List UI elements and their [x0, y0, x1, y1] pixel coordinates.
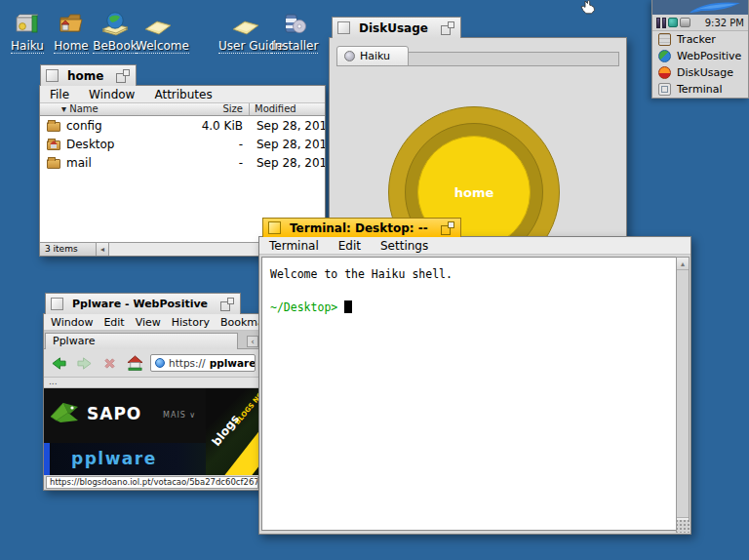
- url-field[interactable]: https://pplware.sapo.p: [150, 354, 256, 372]
- desktop-icon-label: Haiku: [11, 39, 44, 54]
- mouse-hand-cursor: [577, 0, 597, 20]
- desktop-icon-userguide[interactable]: User Guide: [218, 8, 273, 54]
- overflow-ellipsis: ...: [49, 377, 58, 386]
- center-volume-label: home: [454, 185, 494, 200]
- column-name[interactable]: ▾ Name: [61, 103, 99, 114]
- desktop-folder-icon: [47, 139, 60, 150]
- disk-icon: [344, 51, 355, 61]
- home-folder-icon: [49, 8, 94, 37]
- url-host: pplware.sapo.p: [210, 357, 256, 369]
- desktop-icon-haiku[interactable]: Haiku: [5, 8, 50, 54]
- scroll-left-button[interactable]: ◂: [97, 243, 109, 256]
- column-modified[interactable]: Modified: [255, 103, 296, 114]
- desktop-icon-label: Home: [54, 39, 88, 54]
- network-status-icon[interactable]: [668, 18, 678, 27]
- desktop-icon-label: Welcome: [136, 39, 189, 54]
- sapo-logo-text[interactable]: SAPO: [87, 404, 141, 423]
- web-page-content[interactable]: SAPO MAIS ∨ pplware BLOGS NOM blogs VO: [44, 388, 260, 477]
- blogs-do-ano-banner[interactable]: BLOGS NOM blogs VO: [206, 388, 260, 477]
- deskbar-clock[interactable]: 9:32 PM: [692, 18, 744, 28]
- back-button[interactable]: [49, 353, 69, 373]
- close-button[interactable]: [337, 21, 350, 34]
- column-size[interactable]: Size: [222, 103, 243, 114]
- terminal-output[interactable]: Welcome to the Haiku shell. ~/Desktop>: [261, 257, 677, 531]
- tab-scroll-button[interactable]: ‹: [247, 336, 258, 347]
- deskbar-item-diskusage[interactable]: DiskUsage: [652, 64, 748, 81]
- browser-tab-pplware[interactable]: Pplware: [45, 333, 238, 349]
- pplware-logo-text[interactable]: pplware: [71, 449, 157, 468]
- site-globe-icon: [155, 358, 165, 368]
- deskbar-tray: 9:32 PM: [652, 15, 748, 31]
- webpositive-app-icon: [658, 50, 671, 62]
- column-separator: [249, 103, 250, 115]
- terminal-app-icon: [658, 83, 671, 96]
- window-title: Terminal: Desktop: --: [290, 221, 428, 235]
- userguide-doc-icon: [218, 8, 273, 37]
- url-scheme: https://: [169, 357, 206, 369]
- browser-statusbar: https://blogsdoano.iol.pt/votacao/5ba27d…: [44, 475, 260, 490]
- folder-icon: [47, 157, 60, 169]
- overflow-row: ...: [44, 378, 260, 388]
- webpositive-window-tab[interactable]: Pplware - WebPositive: [45, 293, 241, 314]
- zoom-button[interactable]: [220, 298, 234, 311]
- tracker-menubar: File Window Attributes: [40, 86, 325, 103]
- deskbar-item-tracker[interactable]: Tracker: [652, 31, 748, 48]
- terminal-window-tab[interactable]: Terminal: Desktop: --: [262, 218, 461, 237]
- welcome-doc-icon: [136, 8, 180, 37]
- deskbar-leaf-area[interactable]: [652, 0, 748, 15]
- terminal-menubar: Terminal Edit Settings: [259, 237, 690, 255]
- terminal-window: Terminal: Desktop: -- Terminal Edit Sett…: [258, 236, 691, 535]
- terminal-prompt-line: ~/Desktop>: [270, 300, 668, 316]
- cpu-monitor-icon[interactable]: [656, 18, 660, 28]
- haiku-drive-icon: [5, 8, 50, 37]
- menu-window[interactable]: Window: [51, 316, 93, 329]
- desktop-icon-home[interactable]: Home: [49, 8, 94, 54]
- deskbar-item-webpositive[interactable]: WebPositive: [652, 48, 748, 64]
- folder-icon: [47, 120, 60, 132]
- browser-tabbar: Pplware ‹: [44, 331, 260, 349]
- diskusage-window-tab[interactable]: DiskUsage: [332, 17, 461, 38]
- menu-window[interactable]: Window: [89, 88, 135, 101]
- vertical-scrollbar[interactable]: ▴ ▾: [676, 257, 690, 531]
- resize-grip[interactable]: [676, 520, 690, 533]
- menu-settings[interactable]: Settings: [380, 239, 428, 253]
- desktop-icon-installer[interactable]: Installer: [271, 8, 316, 54]
- deskbar-item-terminal[interactable]: Terminal: [652, 81, 748, 98]
- file-row-desktop[interactable]: Desktop - Sep 28, 2018, 3:: [40, 137, 325, 153]
- file-row-mail[interactable]: mail - Sep 28, 2018, 3:: [40, 155, 325, 172]
- menu-file[interactable]: File: [50, 88, 69, 101]
- scroll-up-button[interactable]: ▴: [677, 258, 689, 270]
- status-url: https://blogsdoano.iol.pt/votacao/5ba27d…: [46, 476, 258, 489]
- menu-history[interactable]: History: [172, 316, 210, 329]
- forward-arrow-icon: [76, 356, 93, 371]
- close-button[interactable]: [46, 69, 59, 82]
- forward-button[interactable]: [74, 353, 95, 373]
- desktop-icon-welcome[interactable]: Welcome: [136, 8, 180, 54]
- window-title: home: [67, 69, 103, 83]
- close-button[interactable]: [268, 221, 281, 234]
- zoom-button[interactable]: [441, 21, 454, 35]
- desktop-icon-bebook[interactable]: BeBook: [93, 8, 138, 54]
- menu-view[interactable]: View: [136, 316, 161, 329]
- home-button[interactable]: [125, 353, 145, 373]
- zoom-button[interactable]: [116, 69, 130, 83]
- terminal-welcome-line: Welcome to the Haiku shell.: [270, 266, 668, 283]
- menu-edit[interactable]: Edit: [103, 316, 124, 329]
- stop-button[interactable]: [99, 353, 120, 373]
- cpu-monitor-icon[interactable]: [662, 18, 666, 28]
- web-menubar: Window Edit View History Bookmarks: [44, 314, 260, 331]
- volume-tab-haiku[interactable]: Haiku: [336, 46, 409, 66]
- menu-attributes[interactable]: Attributes: [154, 88, 212, 101]
- mais-menu[interactable]: MAIS ∨: [163, 411, 196, 420]
- menu-edit[interactable]: Edit: [338, 239, 361, 253]
- diskusage-app-icon: [658, 66, 671, 79]
- zoom-button[interactable]: [441, 221, 454, 235]
- back-arrow-icon: [51, 356, 67, 371]
- tracker-window-tab[interactable]: home: [40, 64, 137, 86]
- column-header-row: ▾ Name Size Modified: [40, 103, 325, 116]
- close-button[interactable]: [51, 298, 63, 310]
- volume-icon[interactable]: [680, 18, 690, 27]
- file-row-config[interactable]: config 4.0 KiB Sep 28, 2018, 3:: [40, 118, 325, 135]
- menu-terminal[interactable]: Terminal: [269, 239, 319, 253]
- text-cursor: [344, 300, 352, 313]
